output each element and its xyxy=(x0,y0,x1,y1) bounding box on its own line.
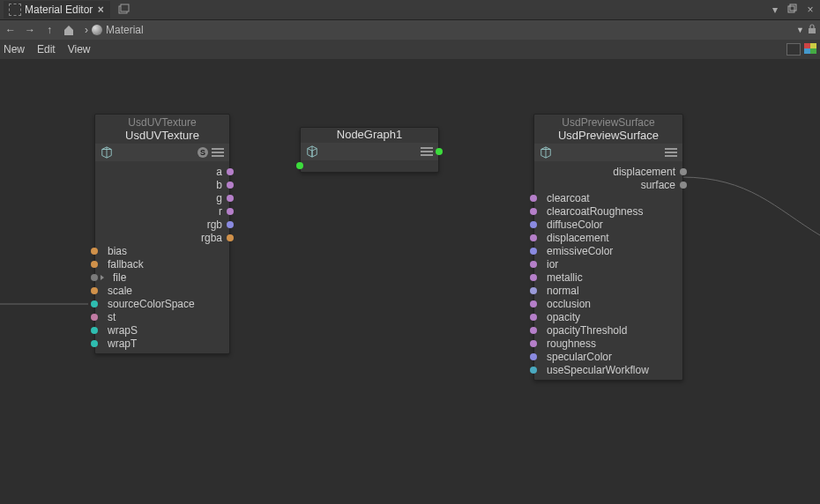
port-input[interactable] xyxy=(91,248,98,255)
port-input[interactable] xyxy=(296,162,303,169)
lock-icon[interactable] xyxy=(808,24,816,37)
port-input[interactable] xyxy=(91,340,98,347)
port-input[interactable] xyxy=(530,327,537,334)
node-menu-icon[interactable] xyxy=(212,148,224,157)
port-input[interactable] xyxy=(530,208,537,215)
port-label: file xyxy=(113,271,126,284)
port-input[interactable] xyxy=(530,195,537,202)
input-occlusion: occlusion xyxy=(534,297,682,310)
shader-icon xyxy=(101,146,113,159)
input-wrapS: wrapS xyxy=(95,323,229,337)
nav-home-button[interactable] xyxy=(62,23,76,37)
output-a: a xyxy=(95,165,229,178)
dropdown-icon[interactable]: ▼ xyxy=(796,26,804,34)
node-title: UsdPreviewSurface xyxy=(534,129,682,144)
port-output[interactable] xyxy=(227,208,234,215)
input-diffuseColor: diffuseColor xyxy=(534,218,682,231)
node-title: NodeGraph1 xyxy=(301,128,438,143)
port-input[interactable] xyxy=(530,314,537,321)
port-label: surface xyxy=(641,179,675,191)
port-label: sourceColorSpace xyxy=(108,298,195,310)
breadcrumb[interactable]: › Material xyxy=(85,24,144,36)
restore-icon[interactable] xyxy=(786,4,799,17)
port-output[interactable] xyxy=(680,182,687,189)
close-window-icon[interactable]: × xyxy=(804,4,816,17)
graph-canvas[interactable]: UsdUVTexture UsdUVTexture S abgrrgbrgbab… xyxy=(0,59,820,504)
port-input[interactable] xyxy=(530,287,537,294)
input-metallic: metallic xyxy=(534,271,682,284)
expand-caret-icon[interactable] xyxy=(101,275,104,280)
port-input[interactable] xyxy=(91,287,98,294)
node-type-label: UsdPreviewSurface xyxy=(534,115,682,129)
port-label: diffuseColor xyxy=(547,219,603,231)
svg-rect-3 xyxy=(790,4,796,11)
view-mode-single-icon[interactable] xyxy=(786,43,801,56)
input-ior: ior xyxy=(534,257,682,271)
svg-rect-4 xyxy=(809,28,816,33)
port-input[interactable] xyxy=(91,261,98,268)
port-input[interactable] xyxy=(91,314,98,321)
shader-icon xyxy=(540,146,552,159)
port-label: opacityThreshold xyxy=(547,324,627,337)
port-label: a xyxy=(216,166,222,178)
output-b: b xyxy=(95,178,229,191)
port-input[interactable] xyxy=(530,248,537,255)
tab-label: Material Editor xyxy=(25,4,93,16)
port-output[interactable] xyxy=(436,148,443,155)
port-input[interactable] xyxy=(530,261,537,268)
port-input[interactable] xyxy=(530,274,537,281)
node-nodegraph1[interactable]: NodeGraph1 xyxy=(300,127,439,173)
svg-rect-1 xyxy=(121,4,129,11)
port-output[interactable] xyxy=(227,234,234,241)
port-label: useSpecularWorkflow xyxy=(547,364,649,376)
port-input[interactable] xyxy=(91,274,98,281)
node-header: S xyxy=(95,144,229,161)
port-label: bias xyxy=(108,245,127,257)
port-input[interactable] xyxy=(91,300,98,308)
port-input[interactable] xyxy=(530,300,537,308)
port-input[interactable] xyxy=(91,327,98,334)
port-label: rgba xyxy=(201,232,222,244)
node-menu-icon[interactable] xyxy=(421,147,433,156)
port-label: displacement xyxy=(547,232,609,244)
view-mode-grid-icon[interactable] xyxy=(804,43,816,54)
nav-back-button[interactable]: ← xyxy=(4,23,18,37)
port-input[interactable] xyxy=(530,234,537,241)
input-opacityThreshold: opacityThreshold xyxy=(534,323,682,337)
node-usduvtexture[interactable]: UsdUVTexture UsdUVTexture S abgrrgbrgbab… xyxy=(94,114,230,354)
nav-up-button[interactable]: ↑ xyxy=(42,23,56,37)
tab-close-button[interactable]: × xyxy=(96,5,105,14)
port-label: emissiveColor xyxy=(547,245,613,257)
nav-bar: ← → ↑ › Material ▼ xyxy=(0,20,820,40)
menu-view[interactable]: View xyxy=(68,43,91,56)
svg-rect-2 xyxy=(788,6,794,12)
port-output[interactable] xyxy=(680,168,687,175)
output-surface: surface xyxy=(534,178,682,191)
port-label: rgb xyxy=(207,219,222,231)
port-input[interactable] xyxy=(530,353,537,360)
port-input[interactable] xyxy=(530,340,537,347)
port-label: wrapS xyxy=(108,324,138,337)
port-label: opacity xyxy=(547,311,580,323)
input-bias: bias xyxy=(95,244,229,257)
port-output[interactable] xyxy=(227,168,234,175)
nav-forward-button[interactable]: → xyxy=(23,23,37,37)
port-output[interactable] xyxy=(227,221,234,228)
input-wrapT: wrapT xyxy=(95,337,229,350)
tab-material-editor[interactable]: Material Editor × xyxy=(4,1,110,19)
node-menu-icon[interactable] xyxy=(665,148,677,157)
node-type-label: UsdUVTexture xyxy=(95,115,229,129)
tab-add-button[interactable] xyxy=(117,4,130,16)
node-usdpreviewsurface[interactable]: UsdPreviewSurface UsdPreviewSurface disp… xyxy=(533,114,683,381)
minimize-icon[interactable]: ▾ xyxy=(769,4,781,17)
port-output[interactable] xyxy=(227,195,234,202)
menu-edit[interactable]: Edit xyxy=(37,43,56,56)
input-normal: normal xyxy=(534,284,682,297)
port-output[interactable] xyxy=(227,182,234,189)
menu-new[interactable]: New xyxy=(4,43,25,56)
port-input[interactable] xyxy=(530,367,537,374)
input-clearcoatRoughness: clearcoatRoughness xyxy=(534,204,682,218)
input-fallback: fallback xyxy=(95,257,229,271)
output-g: g xyxy=(95,191,229,204)
port-input[interactable] xyxy=(530,221,537,228)
